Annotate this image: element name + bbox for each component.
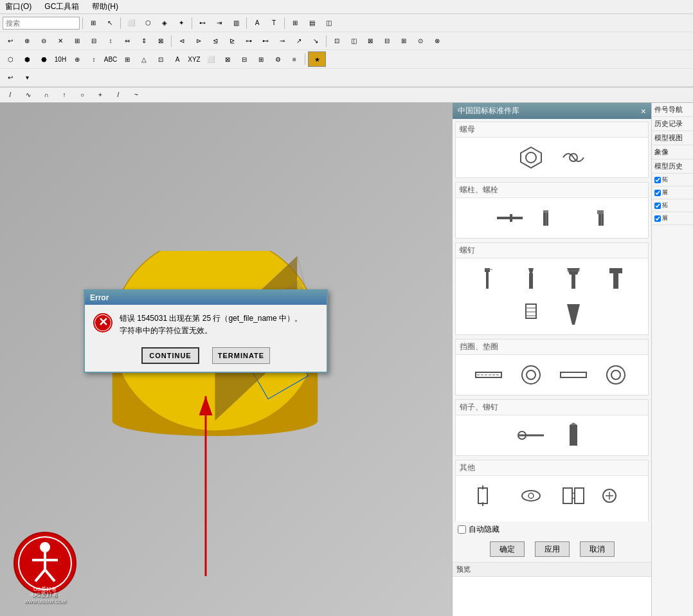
- toolbar-btn-e7[interactable]: ABC: [103, 52, 118, 66]
- bolt-icon-3[interactable]: [575, 202, 614, 234]
- toolbar-btn-b4[interactable]: ✕: [53, 34, 68, 48]
- toolbar-btn-b6[interactable]: ⊟: [86, 34, 102, 48]
- toolbar-btn-box[interactable]: ⬜: [123, 16, 139, 30]
- toolbar-btn-cursor[interactable]: ↖: [102, 16, 118, 30]
- other-icon-1[interactable]: [469, 480, 508, 512]
- toolbar-btn-b5[interactable]: ⊞: [69, 34, 85, 48]
- toolbar-btn-e16[interactable]: ⊞: [253, 52, 269, 66]
- extra-item-2[interactable]: 历史记录: [652, 117, 693, 131]
- extra-item-3[interactable]: 模型视图: [652, 131, 693, 145]
- checkbox-4[interactable]: [654, 215, 661, 222]
- checkbox-1[interactable]: [654, 177, 661, 183]
- checkbox-2[interactable]: [654, 190, 661, 196]
- toolbar-btn-d5[interactable]: ⊞: [396, 34, 411, 48]
- toolbar-btn-e18[interactable]: ≡: [287, 52, 302, 66]
- autohide-checkbox[interactable]: [458, 525, 466, 534]
- screw-icon-4[interactable]: [597, 262, 635, 294]
- continue-button[interactable]: CONTINUE: [141, 347, 199, 364]
- toolbar-btn-text[interactable]: T: [266, 16, 282, 30]
- toolbar-btn-d7[interactable]: ⊗: [429, 34, 445, 48]
- terminate-button[interactable]: TERMINATE: [212, 347, 270, 364]
- toolbar-btn-b7[interactable]: ↕: [103, 34, 118, 48]
- toolbar-btn-d1[interactable]: ⊡: [329, 34, 345, 48]
- toolbar-btn-move[interactable]: ⬡: [140, 16, 156, 30]
- ring-icon-4[interactable]: [597, 359, 635, 391]
- toolbar-btn-wire[interactable]: ⊷: [195, 16, 210, 30]
- ring-icon-1[interactable]: [469, 359, 508, 391]
- toolbar-btn-c5[interactable]: ⊶: [241, 34, 256, 48]
- panel-close-button[interactable]: ×: [641, 106, 646, 116]
- ring-icon-2[interactable]: [512, 359, 550, 391]
- toolbar-btn-b8[interactable]: ⇔: [120, 34, 135, 48]
- toolbar-btn-b9[interactable]: ⇕: [136, 34, 152, 48]
- toolbar-btn-e15[interactable]: ⊟: [237, 52, 252, 66]
- toolbar-btn-c4[interactable]: ⊵: [224, 34, 240, 48]
- screw-icon-6[interactable]: [554, 298, 593, 331]
- ring-icon-3[interactable]: [554, 359, 593, 391]
- toolbar-btn-b1[interactable]: ↩: [3, 34, 18, 48]
- toolbar-btn-star2[interactable]: ★: [308, 51, 326, 67]
- extra-item-9[interactable]: 展: [652, 212, 693, 225]
- other-icon-3[interactable]: [554, 480, 593, 512]
- other-icon-4[interactable]: [597, 480, 635, 512]
- toolbar-btn-c7[interactable]: ⊸: [274, 34, 290, 48]
- toolbar-btn-A[interactable]: A: [249, 16, 265, 30]
- toolbar-btn-b2[interactable]: ⊕: [19, 34, 35, 48]
- toolbar-btn-ruler[interactable]: ▥: [228, 16, 244, 30]
- toolbar-btn-c9[interactable]: ↘: [308, 34, 323, 48]
- other-icon-7[interactable]: [554, 516, 593, 521]
- toolbar-btn-c3[interactable]: ⊴: [208, 34, 223, 48]
- toolbar-btn-e6[interactable]: ↕: [86, 52, 102, 66]
- toolbar-btn-e17[interactable]: ⚙: [270, 52, 285, 66]
- toolbar-btn-e5[interactable]: ⊕: [69, 52, 85, 66]
- toolbar-btn-b3[interactable]: ⊖: [36, 34, 51, 48]
- toolbar-btn-3d[interactable]: ◈: [157, 16, 172, 30]
- toolbar-btn-e11[interactable]: A: [170, 52, 185, 66]
- other-icon-2[interactable]: [512, 480, 550, 512]
- apply-button[interactable]: 应用: [535, 541, 570, 557]
- bolt-icon-2[interactable]: [533, 202, 572, 234]
- draw-curve[interactable]: ∿: [21, 88, 36, 102]
- menu-help[interactable]: 帮助(H): [89, 0, 121, 14]
- toolbar-btn-arrow[interactable]: ⇥: [212, 16, 227, 30]
- draw-angle[interactable]: /: [111, 88, 126, 102]
- toolbar-btn-c8[interactable]: ↗: [291, 34, 307, 48]
- undo-dropdown[interactable]: ▾: [19, 71, 35, 85]
- pin-icon-1[interactable]: [512, 419, 550, 451]
- draw-up[interactable]: ↑: [57, 88, 72, 102]
- ok-button[interactable]: 确定: [490, 541, 525, 557]
- toolbar-btn-c2[interactable]: ⊳: [191, 34, 206, 48]
- toolbar-btn-e14[interactable]: ⊠: [220, 52, 235, 66]
- draw-plus[interactable]: +: [93, 88, 108, 102]
- draw-spline[interactable]: ~: [129, 88, 144, 102]
- toolbar-btn-d6[interactable]: ⊙: [413, 34, 428, 48]
- extra-item-1[interactable]: 件号导航: [652, 103, 693, 117]
- search-input[interactable]: [3, 17, 80, 30]
- nut-icon-2[interactable]: [554, 141, 593, 174]
- menu-gc-tools[interactable]: GC工具箱: [42, 0, 82, 14]
- draw-line[interactable]: /: [3, 88, 18, 102]
- extra-item-4[interactable]: 象像: [652, 145, 693, 159]
- toolbar-btn-c6[interactable]: ⊷: [258, 34, 273, 48]
- screw-icon-1[interactable]: [469, 262, 508, 294]
- other-icon-5[interactable]: [469, 516, 508, 521]
- draw-circle[interactable]: ○: [75, 88, 90, 102]
- pin-icon-2[interactable]: [554, 419, 593, 451]
- toolbar-btn-star[interactable]: ✦: [174, 16, 189, 30]
- toolbar-btn-grid[interactable]: ⊞: [86, 16, 101, 30]
- cancel-button[interactable]: 取消: [580, 541, 615, 557]
- draw-arc[interactable]: ∩: [39, 88, 54, 102]
- extra-item-8[interactable]: 拓: [652, 199, 693, 212]
- other-icon-6[interactable]: [512, 516, 550, 521]
- toolbar-btn-e10[interactable]: ⊡: [153, 52, 168, 66]
- toolbar-btn-e3[interactable]: ⬣: [36, 52, 51, 66]
- toolbar-btn-e4[interactable]: 10H: [53, 52, 68, 66]
- checkbox-3[interactable]: [654, 203, 661, 209]
- toolbar-btn-e8[interactable]: ⊞: [120, 52, 135, 66]
- toolbar-btn-c1[interactable]: ⊲: [174, 34, 190, 48]
- toolbar-btn-e13[interactable]: ⬜: [203, 52, 219, 66]
- toolbar-btn-e12[interactable]: XYZ: [186, 52, 202, 66]
- other-icon-8[interactable]: [597, 516, 635, 521]
- screw-icon-2[interactable]: [512, 262, 550, 294]
- toolbar-btn-e9[interactable]: △: [136, 52, 152, 66]
